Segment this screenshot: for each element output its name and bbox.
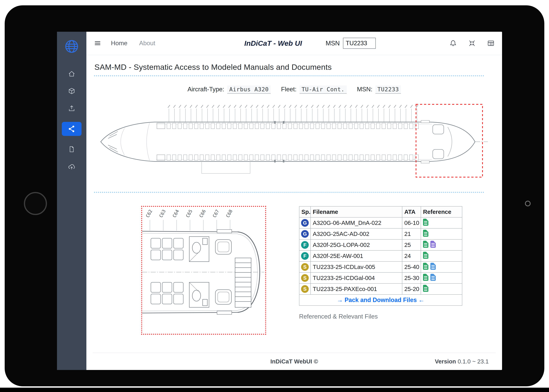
ata-cell: 25	[402, 239, 421, 250]
wingbox-bracket	[202, 162, 250, 174]
dotted-separator-bottom	[94, 192, 484, 193]
sidebar-item-cloud-upload[interactable]	[68, 163, 76, 171]
table-action-row: → Pack and Download Files ←	[299, 294, 462, 306]
ata-cell: 24	[402, 250, 421, 261]
ata-cell: 25-40	[402, 261, 421, 273]
table-row[interactable]: G A320G-06-AMM_DnA-022 06-10	[299, 217, 462, 228]
nav-link-about[interactable]: About	[139, 40, 155, 47]
menu-icon[interactable]	[94, 40, 101, 47]
page-title: SAM-MD - Systematic Access to Modeled Ma…	[94, 63, 496, 72]
header-filename: Filename	[311, 206, 402, 217]
zoom-seats	[151, 238, 183, 304]
purple-document-icon[interactable]	[430, 241, 436, 248]
tablet-home-button[interactable]	[24, 192, 47, 215]
tablet-frame: Home About InDiCaT - Web UI MSN	[5, 5, 544, 386]
section-label: C65	[185, 209, 193, 218]
detail-row: C62 C63 C64 C65 C66 C67 C68	[93, 201, 496, 348]
msn-meta-label: MSN:	[357, 86, 373, 93]
table-header-row: Sp. Filename ATA Reference	[299, 206, 462, 217]
grid-icon[interactable]	[487, 40, 494, 47]
section-label: C63	[158, 209, 167, 218]
green-document-icon[interactable]	[423, 252, 428, 259]
msn-group: MSN	[326, 38, 376, 49]
nav-link-home[interactable]: Home	[111, 40, 128, 47]
files-caption: Referenced & Relevant Files	[299, 313, 463, 320]
aircraft-cabin-diagram[interactable]	[100, 103, 489, 182]
green-document-icon[interactable]	[423, 219, 428, 226]
filename-cell[interactable]: A320f-25E-AW-001	[311, 250, 402, 261]
header-sp: Sp.	[299, 206, 311, 217]
green-document-icon[interactable]	[423, 241, 428, 248]
section-label: C64	[171, 209, 180, 218]
table-row[interactable]: F A320f-25G-LOPA-002 25	[299, 239, 462, 250]
blue-document-icon[interactable]	[430, 274, 436, 281]
header-reference: Reference	[421, 206, 462, 217]
filename-cell[interactable]: TU2233-25-PAXEco-001	[311, 283, 402, 294]
nav-links: Home About	[111, 40, 155, 47]
footer-version: Version0.1.0 ~ 23.1	[435, 358, 489, 365]
table-row[interactable]: G A320G-25AC-AD-002 21	[299, 228, 462, 239]
table-row[interactable]: S TU2233-25-PAXEco-001 25-20	[299, 283, 462, 294]
aircraft-meta-row: Aircraft-Type: Airbus A320 Fleet: TU-Air…	[93, 85, 496, 94]
bell-icon[interactable]	[449, 40, 457, 47]
source-badge: S	[301, 274, 309, 282]
source-badge: S	[301, 263, 309, 271]
ata-cell: 25-20	[402, 283, 421, 294]
sidebar-item-documents[interactable]	[68, 145, 76, 153]
navbar-icons	[449, 40, 494, 47]
source-badge: S	[301, 285, 309, 293]
sidebar-item-home[interactable]	[68, 70, 76, 78]
filename-cell[interactable]: A320G-25AC-AD-002	[311, 228, 402, 239]
sidebar-nav	[62, 70, 82, 171]
app-screen: Home About InDiCaT - Web UI MSN	[57, 32, 502, 370]
source-badge: G	[301, 219, 309, 227]
source-badge: F	[301, 241, 309, 249]
files-table: Sp. Filename ATA Reference G	[299, 206, 462, 306]
aircraft-type-label: Aircraft-Type:	[187, 86, 224, 93]
row-callout-ticks	[166, 104, 420, 122]
page-background: Home About InDiCaT - Web UI MSN	[0, 0, 549, 392]
section-label: C68	[225, 209, 233, 218]
header-ata: ATA	[402, 206, 421, 217]
top-navbar: Home About InDiCaT - Web UI MSN	[86, 32, 502, 55]
app-title: InDiCaT - Web UI	[244, 39, 302, 47]
app-logo-icon[interactable]	[63, 38, 80, 55]
dotted-separator-top	[94, 75, 484, 76]
bottom-black-bar	[0, 388, 549, 392]
filename-cell[interactable]: A320f-25G-LOPA-002	[311, 239, 402, 250]
section-label: C66	[198, 209, 207, 218]
ata-cell: 06-10	[402, 217, 421, 228]
ata-cell: 25-30	[402, 273, 421, 283]
msn-label: MSN	[326, 40, 340, 47]
filename-cell[interactable]: A320G-06-AMM_DnA-022	[311, 217, 402, 228]
green-document-icon[interactable]	[423, 285, 428, 292]
sidebar-item-upload[interactable]	[68, 105, 76, 112]
ata-cell: 21	[402, 228, 421, 239]
table-row[interactable]: S TU2233-25-ICDLav-005 25-40	[299, 261, 462, 273]
pack-download-link[interactable]: → Pack and Download Files ←	[337, 296, 424, 303]
compress-icon[interactable]	[469, 40, 476, 47]
page-content: SAM-MD - Systematic Access to Modeled Ma…	[86, 55, 502, 370]
table-row[interactable]: S TU2233-25-ICDGal-004 25-30	[299, 273, 462, 283]
share-nodes-icon	[68, 125, 76, 133]
msn-meta-value[interactable]: TU2233	[375, 85, 401, 94]
zoom-aft-galley	[235, 258, 251, 307]
aircraft-type-value[interactable]: Airbus A320	[227, 85, 271, 94]
blue-document-icon[interactable]	[430, 263, 436, 270]
sidebar-item-sam-md-active[interactable]	[62, 122, 82, 136]
filename-cell[interactable]: TU2233-25-ICDLav-005	[311, 261, 402, 273]
seat-rows-left	[166, 123, 420, 129]
tail-section-zoom[interactable]: C62 C63 C64 C65 C66 C67 C68	[141, 206, 266, 335]
msn-input[interactable]	[343, 38, 376, 49]
table-row[interactable]: F A320f-25E-AW-001 24	[299, 250, 462, 261]
green-document-icon[interactable]	[423, 230, 428, 237]
footer-brand: InDiCaT WebUI ©	[270, 358, 318, 365]
green-document-icon[interactable]	[423, 274, 428, 281]
source-badge: G	[301, 230, 309, 238]
source-badge: F	[301, 252, 309, 260]
fleet-label: Fleet:	[281, 86, 297, 93]
green-document-icon[interactable]	[423, 263, 428, 270]
sidebar-item-models[interactable]	[68, 87, 76, 95]
filename-cell[interactable]: TU2233-25-ICDGal-004	[311, 273, 402, 283]
fleet-value[interactable]: TU-Air Cont.	[299, 85, 347, 94]
